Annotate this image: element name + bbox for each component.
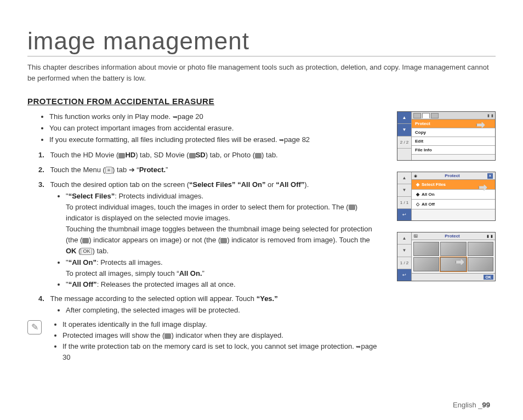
options-bold: “Select Files” “All On” [189,180,265,189]
icon: ◆ [416,182,419,187]
option-all-off[interactable]: ◇All Off [412,200,495,209]
down-arrow-icon[interactable]: ▼ [397,245,411,257]
panel-footer: OK [412,273,495,281]
thumbnail-selected[interactable] [440,257,466,271]
card-icon: ▮ [491,113,493,118]
text: ) tab. [92,247,109,255]
tab-bar: ▮▮ [412,112,495,120]
note-icon: ✎ [27,320,42,334]
step4-sub-item: After completing, the selected images wi… [66,305,382,316]
step-number: 4. [38,293,48,305]
key-icon: ⚿ [414,234,418,238]
option-all-on[interactable]: ◆All On [412,190,495,200]
back-icon[interactable]: ↩ [397,209,411,220]
text: ) tab, or Photo ( [206,151,255,159]
note-list: It operates identically in the full imag… [46,319,382,364]
step-number: 1. [38,150,48,161]
text: ) tab, SD Movie ( [135,151,189,159]
page-footer: English _99 [453,401,490,409]
key-icon [220,238,227,243]
up-arrow-icon[interactable]: ▲ [397,232,411,245]
page-ref: page 20 [178,112,203,121]
text: To protect individual images, touch the … [66,203,349,211]
text: ” [166,166,168,174]
label: Select Files [422,182,446,187]
illustration-menu: ▲ ▼ 2 / 2 ▮▮ Protect Copy Edit File Info [397,111,496,161]
tab-settings[interactable] [431,113,439,118]
crossref-icon [173,112,178,121]
crossref-icon [279,135,284,144]
thumbnail[interactable] [468,242,493,256]
label: All Off [422,202,435,207]
close-icon[interactable]: ✕ [487,173,493,179]
step-number: 3. [38,179,48,191]
yes-bold: “Yes.” [257,294,278,303]
text: If you execute formatting, all files inc… [49,135,279,144]
text: Touch the HD Movie ( [50,151,118,159]
down-arrow-icon[interactable]: ▼ [397,184,411,196]
step-1: 1. Touch the HD Movie (HD) tab, SD Movie… [38,150,382,161]
note-3: If the write protection tab on the memor… [62,341,382,363]
footer-sep: _ [478,401,482,409]
menu-item-copy[interactable]: Copy [412,128,495,137]
ok-bold: OK [66,247,77,255]
sd-label: SD [196,151,206,159]
page-title: image management [27,27,496,56]
step-4: 4. The message according to the selected… [38,293,382,316]
step-number: 2. [38,164,48,176]
thumbnail-grid [412,240,495,273]
panel-header: ◉ Protect ✕ [412,172,495,180]
thumbnail[interactable] [413,257,439,271]
thumbnail[interactable] [468,257,493,271]
bullet-format: If you execute formatting, all files inc… [49,134,382,146]
panel-header: ⚿ Protect ▮▮ [412,232,495,240]
down-arrow-icon[interactable]: ▼ [397,124,411,136]
text: ). [304,180,309,189]
thumbnail[interactable] [440,242,466,256]
film-icon [118,153,125,158]
label: “All On” [69,258,96,266]
up-arrow-icon[interactable]: ▲ [397,112,411,124]
back-icon[interactable]: ↩ [397,269,411,281]
tab-movie[interactable] [413,113,421,118]
page-indicator: 1 / 2 [397,257,411,269]
key-icon [164,333,171,339]
text: ( [77,247,81,255]
protect-label: Protect. [139,166,166,174]
menu-item-edit[interactable]: Edit [412,137,495,146]
hd-icon: ▮ [487,113,490,118]
label: “Select Files” [69,192,115,200]
page-ref: page 82 [284,135,310,144]
hd-icon: ▮ [487,234,489,239]
page-indicator: 1 / 1 [397,197,411,209]
step3-sub: "“Select Files”: Protects individual ima… [38,191,382,290]
instruction-steps: 1. Touch the HD Movie (HD) tab, SD Movie… [27,150,382,316]
step-3: 3. Touch the desired option tab on the s… [38,179,382,290]
key-icon [82,238,89,243]
text: ) indicator when they are displayed. [171,331,283,339]
panel-title: Protect [445,234,460,239]
text: If the write protection tab on the memor… [62,342,356,350]
spacer [397,149,411,160]
film-icon: ◉ [414,174,417,178]
text: ) tab. [262,151,278,159]
note-2: Protected images will show the () indica… [62,330,382,341]
text: Protected images will show the ( [62,331,164,339]
bullet-protect: You can protect important images from ac… [49,123,382,134]
tab-menu[interactable] [422,113,430,118]
text: Touch the desired option tab on the scre… [50,180,189,189]
icon: ◆ [416,192,419,197]
text: This function works only in Play mode. [49,112,173,121]
text: ) indicator appears on image) or not (th… [89,236,220,244]
intro-bullets: This function works only in Play mode. p… [27,111,382,145]
text: : Protects individual images. [115,192,203,200]
up-arrow-icon[interactable]: ▲ [397,172,411,184]
text: ) indicator is removed from image). Touc… [227,236,370,244]
text: : Releases the protected images all at o… [97,280,236,288]
thumbnail[interactable] [413,242,439,256]
icon: ◇ [416,202,419,207]
sub-all-on: "“All On”: Protects all images. To prote… [66,257,382,279]
menu-item-fileinfo[interactable]: File Info [412,146,495,155]
text: ) tab ➔ “ [112,166,139,174]
ok-button[interactable]: OK [484,275,494,280]
